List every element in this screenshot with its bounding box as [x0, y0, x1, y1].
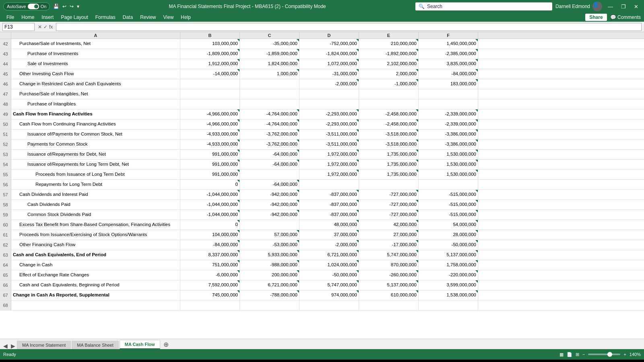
cell-b[interactable]: -1,809,000,000	[180, 49, 240, 59]
cell-c[interactable]: 5,933,000,000	[240, 250, 299, 260]
cell-e[interactable]: 2,102,000,000	[359, 59, 419, 69]
cell-c[interactable]: 1,824,000,000	[240, 59, 299, 69]
cell-d[interactable]: -837,000,000	[299, 210, 359, 220]
menu-home[interactable]: Home	[18, 14, 37, 21]
table-row[interactable]: 57Cash Dividends and Interest Paid-1,044…	[0, 190, 644, 200]
sheet-tab-balance[interactable]: MA Balance Sheet	[72, 341, 119, 349]
cell-label[interactable]: Payments for Common Stock	[11, 140, 180, 149]
cell-label[interactable]: Cash Dividends Paid	[11, 200, 180, 210]
table-row[interactable]: 58Cash Dividends Paid-1,044,000,000-942,…	[0, 200, 644, 210]
cell-b[interactable]: -4,966,000,000	[180, 109, 240, 119]
tab-next[interactable]: ▶	[9, 343, 17, 349]
cell-label[interactable]: Change in Restricted Cash and Cash Equiv…	[11, 79, 180, 89]
insert-function-icon[interactable]: fx	[49, 24, 53, 30]
add-sheet-button[interactable]: ⊕	[161, 340, 171, 349]
table-row[interactable]: 64Change in Cash751,000,000-988,000,0001…	[0, 260, 644, 270]
col-header-b[interactable]: B	[180, 32, 240, 39]
cell-e[interactable]: 42,000,000	[359, 220, 419, 230]
cell-b[interactable]: 1,912,000,000	[180, 59, 240, 69]
cell-c[interactable]	[240, 300, 299, 310]
cell-f[interactable]: 54,000,000	[419, 220, 478, 230]
cell-b[interactable]	[180, 79, 240, 89]
cell-b[interactable]: 104,000,000	[180, 230, 240, 240]
cell-f[interactable]: -2,339,000,000	[419, 119, 478, 129]
sheet-tab-income[interactable]: MA Income Statement	[17, 341, 71, 349]
cell-e[interactable]: -3,518,000,000	[359, 140, 419, 149]
redo-icon[interactable]: ↪	[70, 4, 74, 9]
cell-d[interactable]: -837,000,000	[299, 200, 359, 210]
menu-file[interactable]: File	[3, 14, 17, 21]
cell-d[interactable]	[299, 180, 359, 189]
cell-label[interactable]: Excess Tax Benefit from Share-Based Comp…	[11, 220, 180, 230]
cell-e[interactable]	[359, 99, 419, 109]
cell-c[interactable]	[240, 89, 299, 99]
cell-label[interactable]: Cash and Cash Equivalents, End of Period	[11, 250, 180, 260]
menu-help[interactable]: Help	[178, 14, 194, 21]
table-row[interactable]: 53Issuance of/Repayments for Debt, Net99…	[0, 150, 644, 160]
cell-label[interactable]: Other Financing Cash Flow	[11, 240, 180, 250]
cell-d[interactable]: 37,000,000	[299, 230, 359, 240]
cell-d[interactable]: -2,000,000	[299, 240, 359, 250]
table-row[interactable]: 50Cash Flow from Continuing Financing Ac…	[0, 119, 644, 130]
cell-c[interactable]: -942,000,000	[240, 200, 299, 210]
table-row[interactable]: 51Issuance of/Payments for Common Stock,…	[0, 130, 644, 140]
cell-b[interactable]: -84,000,000	[180, 240, 240, 250]
table-row[interactable]: 43Purchase of Investments-1,809,000,000-…	[0, 49, 644, 59]
share-button[interactable]: Share	[585, 14, 607, 21]
cell-c[interactable]: 6,721,000,000	[240, 280, 299, 290]
table-row[interactable]: 62Other Financing Cash Flow-84,000,000-5…	[0, 240, 644, 250]
cell-f[interactable]: 5,137,000,000	[419, 250, 478, 260]
zoom-slider[interactable]	[588, 354, 620, 355]
cell-c[interactable]: 57,000,000	[240, 230, 299, 240]
table-row[interactable]: 63Cash and Cash Equivalents, End of Peri…	[0, 250, 644, 260]
cell-e[interactable]: 2,000,000	[359, 69, 419, 79]
cell-d[interactable]: -31,000,000	[299, 69, 359, 79]
cell-f[interactable]: 1,530,000,000	[419, 150, 478, 159]
cell-b[interactable]: -14,000,000	[180, 69, 240, 79]
cell-d[interactable]: 1,972,000,000	[299, 150, 359, 159]
cell-label[interactable]: Repayments for Long Term Debt	[11, 180, 180, 189]
comments-button[interactable]: 💬 Comments	[610, 14, 641, 20]
cell-label[interactable]: Sale of Investments	[11, 59, 180, 69]
cell-e[interactable]: -1,000,000	[359, 79, 419, 89]
cell-f[interactable]: -3,386,000,000	[419, 130, 478, 139]
table-row[interactable]: 68	[0, 300, 644, 311]
cell-label[interactable]: Change in Cash	[11, 260, 180, 270]
cell-d[interactable]: 1,072,000,000	[299, 59, 359, 69]
cell-b[interactable]: 0	[180, 180, 240, 189]
cell-label[interactable]: Purchase of Investments	[11, 49, 180, 59]
cell-b[interactable]: 8,337,000,000	[180, 250, 240, 260]
cell-f[interactable]	[419, 300, 478, 310]
cell-e[interactable]: 210,000,000	[359, 39, 419, 49]
table-row[interactable]: 61Proceeds from Issuance/Exercising of S…	[0, 230, 644, 240]
cell-d[interactable]: 1,972,000,000	[299, 160, 359, 169]
col-header-a[interactable]: A	[11, 32, 180, 39]
cell-e[interactable]: -727,000,000	[359, 200, 419, 210]
menu-data[interactable]: Data	[120, 14, 136, 21]
cell-f[interactable]	[419, 89, 478, 99]
cell-b[interactable]: -6,000,000	[180, 270, 240, 280]
cell-c[interactable]: -64,000,000	[240, 150, 299, 159]
table-row[interactable]: 45Other Investing Cash Flow-14,000,0001,…	[0, 69, 644, 79]
cell-f[interactable]: -3,386,000,000	[419, 140, 478, 149]
zoom-in-icon[interactable]: +	[623, 352, 626, 357]
restore-button[interactable]: ❐	[619, 4, 628, 10]
cell-f[interactable]: -84,000,000	[419, 69, 478, 79]
minimize-button[interactable]: —	[605, 4, 615, 10]
page-layout-icon[interactable]: 📄	[567, 352, 572, 357]
table-row[interactable]: 54Issuance of/Repayments for Long Term D…	[0, 160, 644, 170]
cell-f[interactable]: 1,530,000,000	[419, 160, 478, 169]
cell-c[interactable]: -35,000,000	[240, 39, 299, 49]
cell-c[interactable]	[240, 79, 299, 89]
cell-label[interactable]: Purchase/Sale of Investments, Net	[11, 39, 180, 49]
table-row[interactable]: 66Cash and Cash Equivalents, Beginning o…	[0, 280, 644, 290]
cell-d[interactable]: 5,747,000,000	[299, 280, 359, 290]
cell-label[interactable]: Proceeds from Issuance/Exercising of Sto…	[11, 230, 180, 240]
cell-d[interactable]: -2,000,000	[299, 79, 359, 89]
cell-label[interactable]: Issuance of/Payments for Common Stock, N…	[11, 130, 180, 139]
cell-b[interactable]: -4,933,000,000	[180, 140, 240, 149]
confirm-icon[interactable]: ✓	[43, 24, 47, 30]
formula-input[interactable]	[56, 23, 642, 31]
cell-c[interactable]	[240, 170, 299, 179]
cell-f[interactable]: -2,339,000,000	[419, 109, 478, 119]
